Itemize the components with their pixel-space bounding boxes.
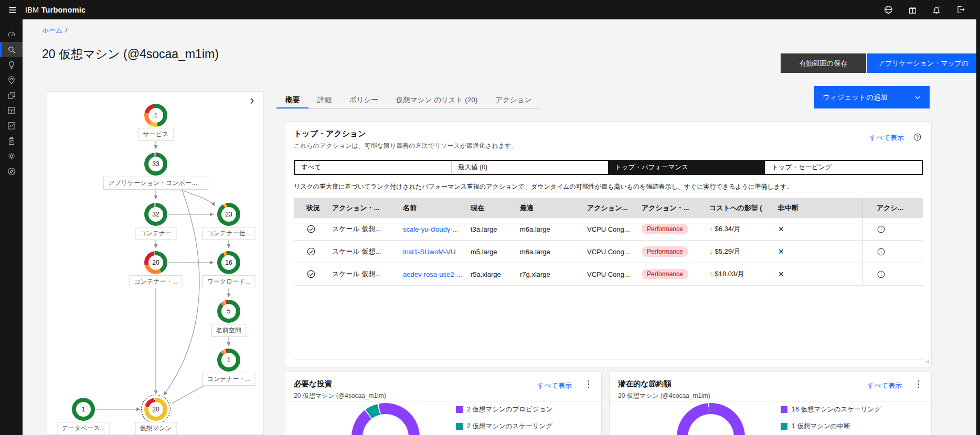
table-row[interactable]: スケール 仮想... scale-yu-cloudy-... t3a.large… — [294, 218, 923, 241]
sc-node-namespaces[interactable]: 5 — [217, 300, 240, 323]
sc-node-services[interactable]: 1 — [144, 104, 167, 127]
info-icon[interactable] — [877, 247, 886, 256]
sc-label-containers[interactable]: コンテナー — [135, 227, 176, 240]
legend-label: 2 仮想マシンのスケーリング — [467, 422, 552, 431]
add-widget-label: ウィジェットの追加 — [823, 93, 888, 102]
info-icon[interactable] — [877, 270, 886, 279]
nav-layers-icon[interactable] — [0, 88, 23, 103]
sc-node-workload-controllers[interactable]: 16 — [217, 251, 240, 274]
window-scrollbar[interactable] — [976, 0, 980, 435]
filter-top-performance[interactable]: トップ・パフォーマンス — [608, 161, 765, 174]
table-header-row: 状況 アクション・... 名前 現在 最適 アクション... アクション・...… — [294, 198, 923, 218]
nav-search-icon[interactable] — [0, 42, 23, 57]
nav-gauge-icon[interactable] — [0, 27, 23, 42]
save-scope-button[interactable]: 有効範囲の保存 — [781, 53, 866, 73]
sc-label-container-specs[interactable]: コンテナー仕... — [202, 227, 255, 240]
filter-top-savings[interactable]: トップ・セービング — [765, 161, 922, 174]
gift-icon[interactable] — [900, 0, 924, 19]
resize-handle[interactable] — [924, 356, 930, 366]
cost-cell: ↑$6.34/月 — [705, 224, 774, 234]
panel-expand-icon[interactable] — [248, 97, 256, 107]
filter-max[interactable]: 最大値 (0) — [451, 161, 608, 174]
nav-dashboard-icon[interactable] — [0, 103, 23, 118]
col-cost-impact[interactable]: コストへの影響 ( — [705, 203, 774, 213]
savings-donut-chart — [677, 403, 745, 435]
nav-lightbulb-icon[interactable] — [0, 57, 23, 72]
cost-cell: ↓$5.29/月 — [705, 247, 774, 256]
sc-label-virtual-machines[interactable]: 仮想マシン — [135, 422, 177, 435]
add-widget-button[interactable]: ウィジェットの追加 — [814, 86, 930, 108]
kebab-menu-icon[interactable]: ⋮ — [584, 379, 593, 388]
menu-icon[interactable] — [0, 0, 25, 19]
sc-label-namespaces[interactable]: 名前空間 — [211, 324, 246, 337]
notifications-icon[interactable] — [924, 0, 949, 19]
nav-clipboard-icon[interactable] — [0, 133, 23, 148]
col-status[interactable]: 状況 — [294, 203, 324, 213]
legend-item[interactable]: 2 仮想マシンのスケーリング — [456, 422, 552, 431]
col-current[interactable]: 現在 — [466, 203, 516, 213]
nav-location-icon[interactable] — [0, 72, 23, 88]
table-row[interactable]: スケール 仮想... Inst1-SUwoM-VU m5.large m6a.l… — [294, 241, 923, 263]
sc-label-workload-controllers[interactable]: ワークロード... — [202, 275, 255, 288]
breadcrumb-separator: / — [66, 26, 68, 34]
supply-chain-panel: 1 サービス 33 アプリケーション・コンポーネント 32 コンテナー 23 コ… — [47, 91, 264, 435]
entity-link[interactable]: Inst1-SUwoM-VU — [403, 248, 455, 256]
nav-compass-icon[interactable] — [0, 164, 23, 179]
sc-label-container-platform[interactable]: コンテナー・... — [202, 373, 255, 386]
filter-all[interactable]: すべて — [295, 161, 451, 174]
sc-node-app-components[interactable]: 33 — [144, 153, 167, 176]
sc-label-container-pods[interactable]: コンテナー・... — [129, 275, 182, 288]
col-action-category[interactable]: アクション・... — [637, 203, 705, 213]
savings-scope: 20 仮想マシン (@4socaa_m1im) — [618, 392, 923, 400]
tab-details[interactable]: 詳細 — [308, 92, 340, 108]
kebab-menu-icon[interactable]: ⋮ — [914, 379, 923, 388]
investments-view-all-link[interactable]: すべて表示 — [537, 381, 572, 390]
sc-label-services[interactable]: サービス — [139, 128, 174, 141]
category-badge: Performance — [642, 224, 688, 234]
legend-item[interactable]: 2 仮想マシンのプロビジョン — [456, 405, 552, 414]
col-action-type[interactable]: アクション・... — [324, 203, 399, 213]
logout-icon[interactable] — [949, 0, 973, 19]
nav-gear-icon[interactable] — [0, 148, 23, 164]
table-row[interactable]: スケール 仮想... aedev-rosa-use2-... r5a.xlarg… — [294, 263, 923, 286]
col-non-disruptive[interactable]: 非中断 — [774, 203, 862, 213]
chevron-down-icon — [914, 94, 921, 101]
sc-node-virtual-machines[interactable]: 20 — [144, 398, 167, 421]
tab-actions[interactable]: アクション — [486, 92, 540, 108]
brand-prefix: IBM — [25, 6, 39, 14]
sc-node-databases[interactable]: 1 — [72, 398, 95, 421]
legend-item[interactable]: 16 仮想マシンのスケーリング — [781, 405, 881, 414]
entity-link[interactable]: aedev-rosa-use2-... — [403, 270, 462, 278]
legend-swatch-purple — [456, 406, 463, 413]
nav-line-chart-icon[interactable] — [0, 118, 23, 133]
left-nav — [0, 19, 23, 435]
col-optimal[interactable]: 最適 — [516, 203, 583, 213]
app-root: IBM Turbonomic — [0, 0, 980, 435]
savings-view-all-link[interactable]: すべて表示 — [867, 381, 902, 390]
info-icon[interactable] — [877, 225, 886, 234]
optimal-cell: r7g.xlarge — [516, 270, 583, 278]
globe-icon[interactable] — [876, 0, 900, 19]
tab-vm-list[interactable]: 仮想マシン のリスト (20) — [387, 92, 486, 108]
breadcrumb-home-link[interactable]: ホーム — [42, 26, 63, 34]
sc-node-virtual-machines-selected[interactable]: 20 — [141, 395, 171, 424]
tab-policies[interactable]: ポリシー — [340, 92, 387, 108]
action-desc-cell: VCPU Cong... — [583, 248, 637, 256]
sc-node-container-platform[interactable]: 1 — [217, 349, 240, 372]
col-action-details[interactable]: アクシ... — [862, 198, 923, 218]
top-actions-subtitle: これらのアクションは、可能な限り最善の方法でリソースが最適化されます。 — [294, 142, 923, 150]
investments-scope: 20 仮想マシン (@4socaa_m1im) — [294, 392, 593, 400]
sc-node-containers[interactable]: 32 — [144, 203, 167, 226]
top-actions-view-all-link[interactable]: すべて表示 — [869, 133, 904, 143]
sc-node-container-specs[interactable]: 23 — [217, 203, 240, 226]
sc-label-databases[interactable]: データベース... — [57, 422, 110, 435]
legend-item[interactable]: 1 仮想マシンの中断 — [781, 422, 881, 431]
sc-node-container-pods[interactable]: 20 — [144, 251, 167, 274]
sc-label-app-components[interactable]: アプリケーション・コンポーネント — [103, 177, 208, 190]
tab-overview[interactable]: 概要 — [276, 92, 308, 108]
col-action-desc[interactable]: アクション... — [583, 203, 637, 213]
entity-link[interactable]: scale-yu-cloudy-... — [403, 225, 458, 233]
application-map-button[interactable]: アプリケーション・マップの — [867, 53, 980, 73]
col-name[interactable]: 名前 — [399, 203, 466, 213]
help-icon[interactable] — [913, 133, 922, 144]
